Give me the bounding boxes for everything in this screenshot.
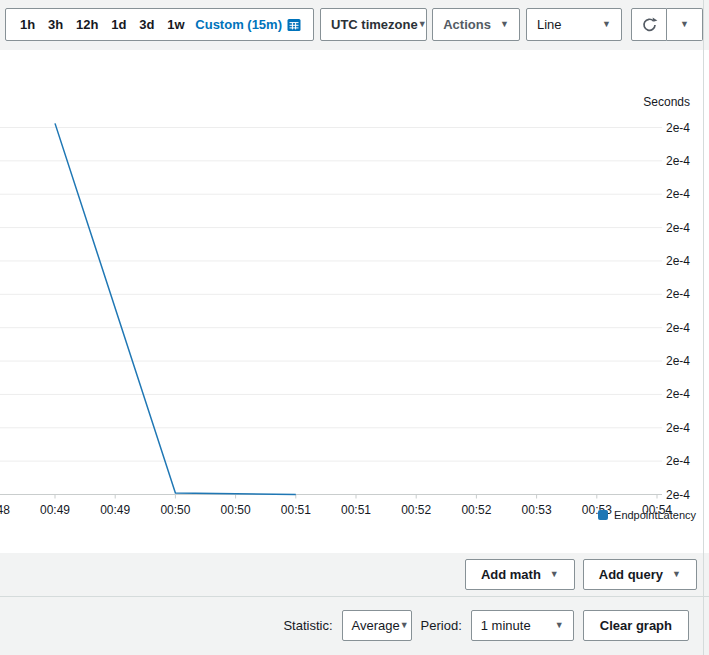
y-tick-label: 2e-4 — [666, 287, 690, 301]
caret-down-icon: ▼ — [672, 570, 681, 579]
time-range-group: 1h 3h 12h 1d 3d 1w Custom (15m) — [5, 8, 314, 41]
latency-line-chart[interactable] — [0, 50, 709, 553]
y-tick-label: 2e-4 — [666, 121, 690, 135]
add-math-dropdown[interactable]: Add math ▼ — [465, 559, 575, 590]
y-tick-label: 2e-4 — [666, 187, 690, 201]
time-range-3d[interactable]: 3d — [137, 17, 156, 32]
x-tick-label: 00:48 — [0, 503, 10, 517]
timezone-dropdown[interactable]: UTC timezone ▼ — [320, 8, 427, 41]
caret-down-icon: ▼ — [602, 20, 611, 29]
statistic-select[interactable]: Average ▼ — [342, 610, 412, 641]
custom-time-range-label: Custom (15m) — [195, 17, 282, 32]
y-tick-label: 2e-4 — [666, 387, 690, 401]
y-tick-label: 2e-4 — [666, 354, 690, 368]
caret-down-icon: ▼ — [555, 621, 564, 630]
y-tick-label: 2e-4 — [666, 421, 690, 435]
add-query-label: Add query — [599, 567, 663, 582]
y-tick-label: 2e-4 — [666, 221, 690, 235]
caret-down-icon: ▼ — [680, 20, 689, 29]
time-range-1d[interactable]: 1d — [109, 17, 128, 32]
actions-label: Actions — [443, 17, 491, 32]
period-select[interactable]: 1 minute ▼ — [471, 610, 574, 641]
chart-legend[interactable]: EndpointLatency — [598, 509, 696, 521]
statistic-label: Statistic: — [283, 618, 332, 633]
legend-swatch-endpointlatency — [598, 510, 608, 520]
y-tick-label: 2e-4 — [666, 254, 690, 268]
caret-down-icon: ▼ — [550, 570, 559, 579]
x-tick-label: 00:49 — [100, 503, 130, 517]
refresh-icon — [641, 16, 658, 33]
series-line-endpointlatency[interactable] — [55, 123, 296, 494]
y-axis-unit-label: Seconds — [643, 95, 690, 109]
footer: Add math ▼ Add query ▼ Statistic: Averag… — [0, 553, 709, 655]
chart-panel: Seconds 2e-42e-42e-42e-42e-42e-42e-42e-4… — [0, 50, 709, 553]
chart-type-label: Line — [537, 17, 562, 32]
y-tick-label: 2e-4 — [666, 454, 690, 468]
period-value: 1 minute — [481, 618, 531, 633]
add-math-label: Add math — [481, 567, 541, 582]
timezone-label: UTC timezone — [331, 17, 418, 32]
x-tick-label: 00:49 — [40, 503, 70, 517]
clear-graph-label: Clear graph — [600, 618, 672, 633]
time-range-1w[interactable]: 1w — [165, 17, 186, 32]
custom-time-range-button[interactable]: Custom (15m) — [195, 17, 301, 32]
calendar-icon — [287, 18, 301, 32]
y-tick-label: 2e-4 — [666, 488, 690, 502]
y-tick-label: 2e-4 — [666, 321, 690, 335]
panel-right-edge — [703, 0, 704, 655]
actions-dropdown[interactable]: Actions ▼ — [432, 8, 520, 41]
refresh-split-button: ▼ — [631, 8, 703, 41]
statistic-period-row: Statistic: Average ▼ Period: 1 minute ▼ … — [0, 597, 709, 654]
time-range-12h[interactable]: 12h — [74, 17, 100, 32]
legend-label-endpointlatency: EndpointLatency — [614, 509, 696, 521]
x-tick-label: 00:50 — [160, 503, 190, 517]
statistic-value: Average — [352, 618, 400, 633]
caret-down-icon: ▼ — [500, 20, 509, 29]
x-tick-label: 00:52 — [461, 503, 491, 517]
toolbar: 1h 3h 12h 1d 3d 1w Custom (15m) UTC time… — [0, 0, 709, 50]
refresh-button[interactable] — [631, 8, 667, 41]
clear-graph-button[interactable]: Clear graph — [583, 610, 689, 641]
query-actions-row: Add math ▼ Add query ▼ — [0, 553, 709, 597]
time-range-1h[interactable]: 1h — [18, 17, 37, 32]
chart-type-dropdown[interactable]: Line ▼ — [526, 8, 622, 41]
x-tick-label: 00:51 — [281, 503, 311, 517]
add-query-dropdown[interactable]: Add query ▼ — [583, 559, 697, 590]
period-label: Period: — [421, 618, 462, 633]
caret-down-icon: ▼ — [400, 621, 409, 630]
x-tick-label: 00:53 — [522, 503, 552, 517]
caret-down-icon: ▼ — [418, 20, 427, 29]
y-tick-label: 2e-4 — [666, 154, 690, 168]
time-range-3h[interactable]: 3h — [46, 17, 65, 32]
x-tick-label: 00:50 — [221, 503, 251, 517]
x-tick-label: 00:52 — [401, 503, 431, 517]
refresh-options-button[interactable]: ▼ — [667, 8, 703, 41]
x-tick-label: 00:51 — [341, 503, 371, 517]
